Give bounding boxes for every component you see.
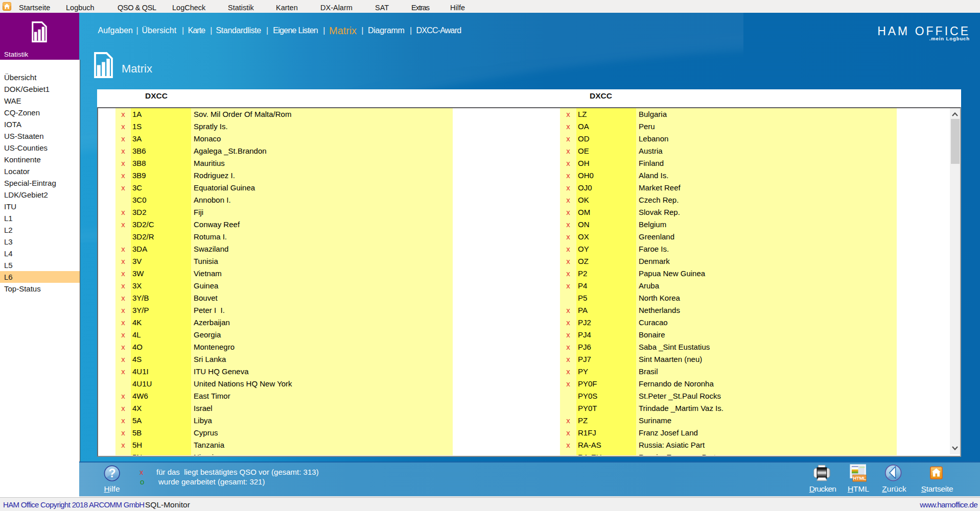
svg-text:HTML: HTML (853, 475, 867, 481)
svg-text:?: ? (109, 467, 116, 480)
